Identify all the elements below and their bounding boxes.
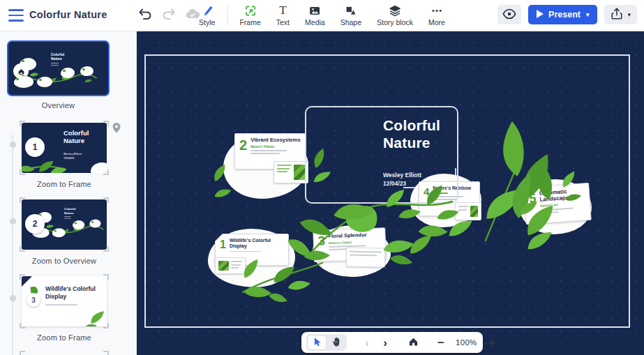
select-tool-button[interactable] <box>308 335 326 349</box>
share-button[interactable]: ▾ <box>604 5 637 24</box>
topbar-right-group: Present ▾ ▾ <box>497 5 637 24</box>
zoom-level: 100% <box>456 338 477 347</box>
step-2-thumbnail[interactable]: Colorful Nature 2 <box>22 199 107 250</box>
frame-bracket-icon <box>244 4 257 17</box>
undo-icon[interactable] <box>137 6 153 22</box>
shape-icon <box>344 4 357 17</box>
pin-icon[interactable] <box>112 122 121 137</box>
path-step-dot <box>10 218 16 225</box>
sidebar-item-overview[interactable]: Colorful Nature Overview <box>7 40 110 109</box>
step-number: 2 <box>25 214 45 234</box>
canvas[interactable]: 1 Wildlife's Colorful Display 2 Vibrant … <box>137 31 644 355</box>
path-step-dot <box>10 295 16 301</box>
home-view-button[interactable] <box>405 335 421 350</box>
frame-chromatic-landscapes[interactable]: 5 Chromatic Landscapes Nature's Art <box>523 183 592 225</box>
hand-icon <box>331 336 341 349</box>
next-step-button[interactable]: › <box>377 335 393 350</box>
play-icon <box>537 10 544 20</box>
subframe-card[interactable] <box>215 257 246 274</box>
top-bar: Colorfur Nature Style <box>0 0 644 31</box>
chevron-down-icon: ▾ <box>627 11 631 18</box>
presentation-date: 12/04/23 <box>383 180 406 187</box>
tool-toggle-group <box>306 334 347 351</box>
share-icon <box>611 7 623 22</box>
style-tool[interactable]: Style <box>191 1 223 29</box>
step-3-thumbnail[interactable]: 3 Wildlife's Colorful Display <box>22 276 107 326</box>
sidebar-item-step-1[interactable]: 1 Colorful Nature Wesley Elliott 12/04/2… <box>20 121 109 188</box>
style-brush-icon <box>200 4 214 17</box>
overview-label: Overview <box>7 101 110 109</box>
present-button[interactable]: Present ▾ <box>528 5 597 24</box>
insert-toolbar: Style Frame T Text <box>191 0 453 31</box>
sidebar-item-step-3[interactable]: 3 Wildlife's Colorful Display Zoom to Fr… <box>20 274 109 342</box>
more-tool[interactable]: More <box>421 1 453 29</box>
step-number: 1 <box>25 137 45 157</box>
leaf-decoration <box>84 310 107 326</box>
cursor-icon <box>312 336 322 349</box>
eye-icon <box>502 8 516 22</box>
shape-tool[interactable]: Shape <box>333 1 369 29</box>
story-block-icon <box>389 4 402 17</box>
canvas-toolbar: ‹ › − 100% + <box>301 332 483 353</box>
pan-tool-button[interactable] <box>327 335 345 349</box>
step-number: 3 <box>27 293 40 307</box>
preview-button[interactable] <box>497 5 521 24</box>
path-timeline <box>12 135 13 355</box>
zoom-in-button[interactable]: + <box>484 335 500 350</box>
chevron-down-icon: ▾ <box>586 11 590 18</box>
presentation-title: Colorful Nature <box>383 117 454 152</box>
zoom-out-button[interactable]: − <box>433 335 449 350</box>
text-tool[interactable]: T Text <box>269 1 297 29</box>
document-title[interactable]: Colorfur Nature <box>29 9 107 20</box>
menu-icon[interactable] <box>8 9 24 22</box>
slides-panel: Colorful Nature Overview 1 <box>0 31 137 355</box>
media-image-icon <box>308 4 322 17</box>
subframe-card[interactable] <box>274 161 308 183</box>
toolbar-divider <box>227 6 227 25</box>
story-block-tool[interactable]: Story block <box>369 1 421 29</box>
path-step-dot <box>10 142 16 148</box>
more-dots-icon <box>430 4 443 17</box>
presentation-author: Wesley Elliott <box>383 172 421 179</box>
home-icon <box>408 337 419 349</box>
step-1-thumbnail[interactable]: 1 Colorful Nature Wesley Elliott 12/04/2… <box>22 123 107 173</box>
previous-step-button[interactable]: ‹ <box>359 335 375 350</box>
media-tool[interactable]: Media <box>297 1 333 29</box>
subframe-card[interactable] <box>455 202 481 220</box>
frame-tool[interactable]: Frame <box>232 1 268 29</box>
redo-icon[interactable] <box>160 6 177 22</box>
text-icon: T <box>279 4 286 17</box>
title-frame[interactable]: Colorful Nature Wesley Elliott 12/04/23 <box>305 106 458 204</box>
sidebar-item-step-4-partial[interactable] <box>20 351 109 355</box>
overview-thumbnail[interactable]: Colorful Nature <box>7 40 110 96</box>
sidebar-item-step-2[interactable]: Colorful Nature 2 Zoom to Overview <box>20 197 109 265</box>
subframe-card[interactable] <box>346 248 385 268</box>
